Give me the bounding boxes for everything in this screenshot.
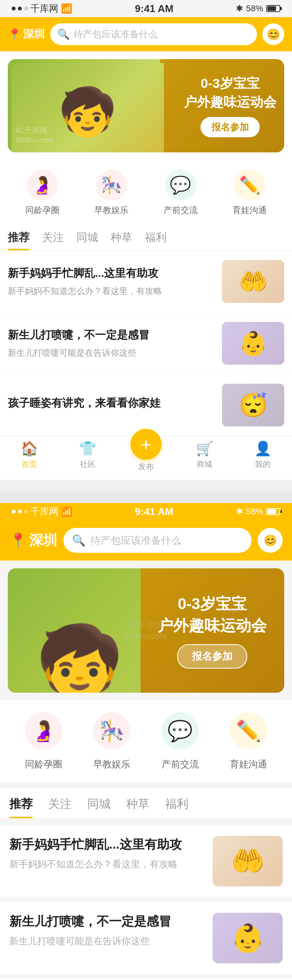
search-bar-2[interactable]: 🔍 待产包应该准备什么 — [63, 528, 252, 553]
art-title-large-1: 新生儿打喷嚏，不一定是感冒 — [9, 913, 205, 930]
article-content-2: 孩子睡姿有讲究，来看看你家娃 — [8, 395, 214, 414]
avatar-emoji: 😊 — [267, 28, 280, 41]
signal-dot-4 — [12, 510, 16, 514]
search-placeholder-2: 待产包应该准备什么 — [90, 534, 181, 547]
article-item-1[interactable]: 新生儿打喷嚏，不一定是感冒 新生儿打喷嚏可能是在告诉你这些 👶 — [0, 313, 292, 374]
child-emoji: 🧒 — [58, 88, 117, 135]
bottom-nav: 🏠 首页 👕 社区 + 发布 🛒 商城 👤 我的 — [0, 436, 292, 480]
banner-text-area: 0-3岁宝宝 户外趣味运动会 报名参加 — [184, 59, 276, 152]
status-bar-2: 千库网 📶 9:41 AM ✱ 58% — [0, 503, 292, 520]
wifi-icon-2: 📶 — [61, 506, 72, 517]
cat-icon-pregnancy: 🤰 — [27, 169, 58, 201]
art-thumb-large-1: 👶 — [213, 913, 283, 963]
location-pin-icon: 📍 — [8, 28, 21, 41]
cat-icon-parenting-2: ✏️ — [230, 712, 267, 749]
nav-profile[interactable]: 👤 我的 — [234, 440, 292, 472]
article-large-0[interactable]: 新手妈妈手忙脚乱...这里有助攻 新手妈妈不知道怎么办？看这里，有攻略 🤲 — [0, 825, 292, 902]
nav-community-label: 社区 — [80, 459, 95, 470]
tab-welfare-2[interactable]: 福利 — [165, 796, 188, 818]
category-item-1[interactable]: 🎠 早教娱乐 — [94, 169, 128, 216]
carrier-name: 千库网 — [30, 2, 58, 15]
article-title-0: 新手妈妈手忙脚乱...这里有助攻 — [8, 266, 214, 281]
search-bar[interactable]: 🔍 待产包应该准备什么 — [50, 23, 257, 45]
category-item-3[interactable]: ✏️ 育娃沟通 — [232, 169, 267, 216]
category-item-2[interactable]: 💬 产前交流 — [164, 169, 198, 216]
content-tabs: 推荐 关注 同城 种草 福利 — [0, 224, 292, 251]
avatar-button[interactable]: 😊 — [262, 23, 284, 45]
cat-label-1: 早教娱乐 — [94, 204, 128, 216]
tab-follow-2[interactable]: 关注 — [48, 796, 72, 818]
cat-icon-education: 🎠 — [96, 169, 127, 201]
banner-title: 0-3岁宝宝 户外趣味运动会 — [184, 74, 276, 111]
battery-icon-2 — [266, 508, 280, 515]
nav-publish[interactable]: + 发布 — [117, 440, 175, 472]
tab-welfare[interactable]: 福利 — [145, 230, 167, 250]
category-item-large-2[interactable]: 💬 产前交流 — [162, 712, 199, 770]
signal-dot-3 — [24, 7, 28, 10]
location-label[interactable]: 📍 深圳 — [8, 27, 45, 42]
banner-cta-button-2[interactable]: 报名参加 — [177, 644, 247, 669]
publish-button[interactable]: + — [130, 429, 162, 460]
cat-label-3: 育娃沟通 — [232, 204, 267, 216]
content-tabs-2: 推荐 关注 同城 种草 福利 — [0, 788, 292, 819]
article-thumb-0: 🤲 — [222, 260, 284, 303]
location-pin-icon-2: 📍 — [9, 532, 27, 549]
status-right-area: ✱ 58% — [236, 3, 280, 14]
ic-watermark: IC千库网588ku.com — [16, 125, 54, 145]
tab-recommend[interactable]: 推荐 — [8, 230, 30, 250]
app-header-2: 📍 深圳 🔍 待产包应该准备什么 😊 — [0, 520, 292, 561]
tab-follow[interactable]: 关注 — [42, 230, 64, 250]
banner-cta-button[interactable]: 报名参加 — [201, 117, 260, 137]
category-item-0[interactable]: 🤰 同龄孕圈 — [25, 169, 60, 216]
article-item-2[interactable]: 孩子睡姿有讲究，来看看你家娃 😴 — [0, 374, 292, 436]
hero-banner-2: 🧒 0-3岁宝宝 户外趣味运动会 报名参加 IC千库网588ku.com — [8, 568, 284, 693]
cat-icon-education-2: 🎠 — [93, 712, 130, 749]
article-content-1: 新生儿打喷嚏，不一定是感冒 新生儿打喷嚏可能是在告诉你这些 — [8, 327, 214, 359]
category-item-large-1[interactable]: 🎠 早教娱乐 — [93, 712, 130, 770]
bluetooth-icon-2: ✱ — [236, 507, 243, 517]
art-content-large-1: 新生儿打喷嚏，不一定是感冒 新生儿打喷嚏可能是在告诉你这些 — [9, 913, 205, 947]
signal-dot-6 — [24, 510, 28, 514]
city-name-2: 深圳 — [29, 531, 57, 550]
battery-pct: 58% — [246, 3, 263, 14]
category-item-large-0[interactable]: 🤰 同龄孕圈 — [25, 712, 62, 770]
community-icon: 👕 — [79, 440, 97, 457]
banner-title-large: 0-3岁宝宝 户外趣味运动会 — [158, 593, 267, 636]
cat-icon-prenatal: 💬 — [165, 169, 196, 201]
status-right-2: ✱ 58% — [236, 507, 280, 517]
tab-local-2[interactable]: 同城 — [87, 796, 111, 818]
cat-icon-parenting: ✏️ — [234, 169, 265, 201]
article-desc-0: 新手妈妈不知道怎么办？看这里，有攻略 — [8, 285, 214, 297]
status-time: 9:41 AM — [135, 3, 174, 15]
tab-local[interactable]: 同城 — [76, 230, 98, 250]
location-label-2[interactable]: 📍 深圳 — [9, 531, 57, 550]
article-desc-1: 新生儿打喷嚏可能是在告诉你这些 — [8, 346, 214, 359]
category-item-large-3[interactable]: ✏️ 育娃沟通 — [230, 712, 267, 770]
article-large-1[interactable]: 新生儿打喷嚏，不一定是感冒 新生儿打喷嚏可能是在告诉你这些 👶 — [0, 902, 292, 979]
search-icon: 🔍 — [57, 28, 70, 40]
banner-right-section: 0-3岁宝宝 户外趣味运动会 报名参加 — [141, 568, 284, 693]
tab-recommend-2[interactable]: 推荐 — [9, 796, 33, 818]
plus-icon: + — [141, 434, 151, 455]
status-bar: 千库网 📶 9:41 AM ✱ 58% — [0, 0, 292, 17]
article-item-0[interactable]: 新手妈妈手忙脚乱...这里有助攻 新手妈妈不知道怎么办？看这里，有攻略 🤲 — [0, 251, 292, 313]
article-thumb-2: 😴 — [222, 384, 284, 426]
nav-shop[interactable]: 🛒 商城 — [175, 440, 234, 472]
article-thumb-1: 👶 — [222, 322, 284, 365]
article-title-1: 新生儿打喷嚏，不一定是感冒 — [8, 327, 214, 342]
nav-profile-label: 我的 — [255, 459, 271, 470]
tab-grass-2[interactable]: 种草 — [126, 796, 150, 818]
avatar-button-2[interactable]: 😊 — [258, 528, 283, 553]
home-icon: 🏠 — [21, 440, 38, 457]
nav-home-label: 首页 — [21, 459, 37, 470]
nav-home[interactable]: 🏠 首页 — [0, 440, 58, 472]
article-title-2: 孩子睡姿有讲究，来看看你家娃 — [8, 395, 214, 411]
tab-grass[interactable]: 种草 — [111, 230, 132, 250]
signal-dot-5 — [18, 510, 22, 514]
search-icon-2: 🔍 — [72, 534, 86, 547]
art-desc-large-1: 新生儿打喷嚏可能是在告诉你这些 — [9, 935, 205, 947]
profile-icon: 👤 — [254, 440, 272, 457]
art-thumb-large-0: 🤲 — [213, 836, 283, 886]
nav-community[interactable]: 👕 社区 — [58, 440, 117, 472]
cat-icon-pregnancy-2: 🤰 — [25, 712, 62, 749]
